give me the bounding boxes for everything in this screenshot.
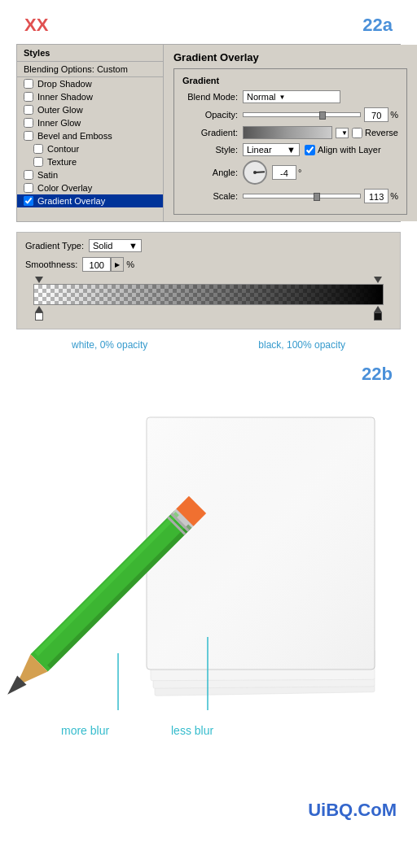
gradient-label: Gradient: [182,128,238,137]
reverse-label: Reverse [365,128,398,137]
svg-rect-5 [147,417,375,670]
color-stop-swatch-right[interactable] [374,312,382,321]
color-overlay-checkbox[interactable] [24,183,33,193]
bevel-emboss-checkbox[interactable] [24,131,33,141]
style-item-color-overlay[interactable]: Color Overlay [17,181,163,194]
style-label: Style: [182,145,238,155]
panel-title: Gradient Overlay [173,51,407,63]
drop-shadow-label: Drop Shadow [37,79,92,89]
gradient-caption-right: black, 100% opacity [258,339,345,351]
inner-shadow-label: Inner Shadow [37,92,93,102]
smoothness-percent: % [126,260,134,269]
contour-label: Contour [47,144,79,154]
blending-options[interactable]: Blending Options: Custom [17,62,163,77]
drop-shadow-checkbox[interactable] [24,79,33,89]
top-labels: XX 22a [0,0,417,44]
blend-mode-value: Normal [247,92,275,102]
opacity-stops [33,277,384,283]
color-stop-marker-right[interactable] [374,306,382,312]
style-item-inner-shadow[interactable]: Inner Shadow [17,90,163,103]
gradient-row: Gradient: ▼ Reverse [182,126,398,139]
gradient-overlay-panel: Gradient Overlay Gradient Blend Mode: No… [164,45,417,221]
align-checkbox[interactable] [305,145,315,155]
opacity-label: Opacity: [182,110,238,120]
opacity-stop-marker-right[interactable] [374,277,382,283]
angle-dial[interactable] [243,160,267,185]
bevel-emboss-label: Bevel and Emboss [37,131,112,141]
contour-checkbox[interactable] [33,144,43,154]
style-item-texture[interactable]: Texture [17,155,163,168]
blend-mode-arrow: ▼ [279,94,285,101]
opacity-stop-right [374,277,382,283]
inner-shadow-checkbox[interactable] [24,92,33,102]
angle-container: -4 ° [243,160,301,185]
blend-mode-dropdown[interactable]: Normal ▼ [243,90,340,103]
gradient-overlay-checkbox[interactable] [24,196,33,206]
watermark: UiBQ.CoM [0,792,417,837]
scale-value[interactable]: 113 [364,189,388,203]
outer-glow-checkbox[interactable] [24,105,33,115]
gradient-type-value: Solid [93,241,112,251]
style-item-inner-glow[interactable]: Inner Glow [17,116,163,129]
style-item-outer-glow[interactable]: Outer Glow [17,103,163,116]
color-stop-marker-left[interactable] [35,306,43,312]
photoshop-panel: Styles Blending Options: Custom Drop Sha… [16,44,401,222]
scale-percent: % [390,191,398,201]
style-item-gradient-overlay[interactable]: Gradient Overlay [17,194,163,207]
scale-control: 113 % [243,189,398,203]
smoothness-label: Smoothness: [25,260,77,269]
gradient-section: Gradient Blend Mode: Normal ▼ Opacity: [173,68,407,215]
satin-checkbox[interactable] [24,170,33,180]
color-stop-left [35,306,43,321]
opacity-slider[interactable]: 70 % [243,107,398,122]
opacity-stop-marker-left[interactable] [35,277,43,283]
gradient-type-arrow: ▼ [129,241,138,251]
illustration-svg: more blur less blur [0,385,417,775]
styles-sidebar: Styles Blending Options: Custom Drop Sha… [17,45,164,221]
blend-mode-row: Blend Mode: Normal ▼ [182,90,398,103]
style-item-satin[interactable]: Satin [17,168,163,181]
angle-value[interactable]: -4 [272,165,296,180]
reverse-checkbox[interactable] [352,128,362,138]
gradient-preview[interactable] [243,126,332,139]
less-blur-text: less blur [171,724,213,737]
texture-checkbox[interactable] [33,157,43,167]
outer-glow-label: Outer Glow [37,105,83,115]
gradient-dropdown[interactable]: ▼ [336,128,349,138]
angle-row: Angle: -4 ° [182,160,398,185]
style-item-bevel-emboss[interactable]: Bevel and Emboss [17,129,163,142]
illustration-area: more blur less blur [0,385,417,792]
inner-glow-label: Inner Glow [37,118,81,128]
reverse-container: Reverse [352,128,398,138]
style-arrow: ▼ [287,145,296,155]
texture-label: Texture [47,157,77,167]
blend-mode-label: Blend Mode: [182,92,238,102]
style-item-drop-shadow[interactable]: Drop Shadow [17,77,163,90]
angle-control: -4 ° [243,160,398,185]
smoothness-value[interactable]: 100 [82,257,111,272]
style-item-contour[interactable]: Contour [17,142,163,155]
style-value: Linear [247,145,272,155]
smoothness-row: Smoothness: 100 ▶ % [25,257,392,272]
gradient-overlay-label: Gradient Overlay [37,196,105,206]
opacity-thumb[interactable] [319,111,326,120]
angle-label: Angle: [182,168,238,177]
gradient-type-dropdown[interactable]: Solid ▼ [89,239,142,252]
gradient-caption-left: white, 0% opacity [72,339,147,351]
opacity-value[interactable]: 70 [364,107,388,122]
scale-row: Scale: 113 % [182,189,398,203]
color-stop-right [374,306,382,321]
satin-label: Satin [37,170,58,180]
scale-slider[interactable]: 113 % [243,189,398,203]
style-dropdown[interactable]: Linear ▼ [243,143,300,156]
scale-thumb[interactable] [314,193,320,201]
gradient-editor: Gradient Type: Solid ▼ Smoothness: 100 ▶… [16,232,401,329]
opacity-percent: % [390,110,398,120]
more-blur-text: more blur [61,724,109,737]
gradient-control: ▼ Reverse [243,126,398,139]
xx-label: XX [24,15,48,36]
inner-glow-checkbox[interactable] [24,118,33,128]
smoothness-stepper[interactable]: ▶ [111,257,124,272]
gradient-bar[interactable] [33,284,384,305]
color-stop-swatch-left[interactable] [35,312,43,321]
